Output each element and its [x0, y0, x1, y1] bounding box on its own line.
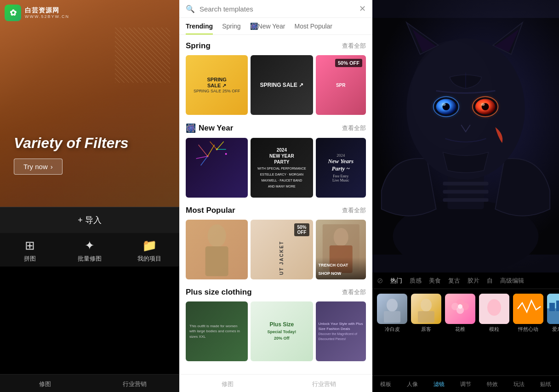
filter-tab-self[interactable]: 自	[487, 277, 493, 285]
filter-thumb-img-2	[445, 294, 475, 324]
search-input[interactable]	[200, 5, 354, 13]
filter-tab-food[interactable]: 美食	[429, 277, 441, 285]
right-nav-filter[interactable]: 滤镜	[426, 379, 452, 390]
svg-point-40	[421, 299, 432, 312]
filter-thumb-img-3	[479, 294, 509, 324]
filter-tab-vintage[interactable]: 复古	[448, 277, 460, 285]
svg-point-30	[442, 103, 446, 106]
plussize-title-text: Plus size clothing	[186, 288, 252, 297]
svg-line-3	[199, 145, 208, 156]
batch-edit-label: 批量修图	[78, 255, 102, 263]
clear-search-button[interactable]: ✕	[359, 4, 366, 14]
filter-thumb-label-0: 冷白皮	[385, 326, 400, 333]
collage-action[interactable]: ⊞ 拼图	[0, 239, 60, 263]
right-nav-play[interactable]: 玩法	[506, 379, 532, 390]
newyear-view-all[interactable]: 查看全部	[342, 124, 366, 132]
collage-icon: ⊞	[25, 239, 35, 253]
svg-rect-53	[556, 301, 559, 311]
right-nav-template[interactable]: 模板	[372, 379, 399, 390]
filter-thumb-label-2: 花椎	[455, 326, 465, 333]
filter-thumb-2[interactable]: 花椎	[445, 294, 475, 333]
mostpopular-card-1[interactable]	[186, 220, 248, 279]
right-nav-effects[interactable]: 特效	[479, 379, 506, 390]
filter-thumb-label-4: 怦然心动	[518, 326, 538, 333]
plussize-section-title: Plus size clothing	[186, 288, 252, 297]
filter-thumb-img-0	[377, 294, 407, 324]
hero-title: Variety of Filters	[14, 134, 129, 152]
quick-actions: ⊞ 拼图 ✦ 批量修图 📁 我的项目	[0, 233, 179, 267]
tab-trending[interactable]: Trending	[186, 23, 213, 34]
templates-scroll[interactable]: Spring 查看全部 SPRINGSALE ↗ SPRING SALE 25%…	[179, 35, 372, 374]
newyear-section-header: 🎆 New Year 查看全部	[186, 123, 366, 133]
plussize-view-all[interactable]: 查看全部	[342, 288, 366, 296]
filter-thumb-4[interactable]: 怦然心动	[513, 294, 543, 333]
filter-tab-texture[interactable]: 质感	[410, 277, 422, 285]
newyear-card-1[interactable]	[186, 138, 248, 198]
mostpopular-view-all[interactable]: 查看全部	[342, 206, 366, 215]
svg-point-38	[387, 299, 398, 312]
newyear-section-title: 🎆 New Year	[186, 123, 233, 133]
left-nav-marketing[interactable]: 行业营销	[90, 378, 179, 390]
try-now-button[interactable]: Try now ›	[14, 159, 63, 175]
right-bottom-nav: 模板 人像 滤镜 调节 特效 玩法 贴纸	[372, 375, 559, 392]
spring-view-all[interactable]: 查看全部	[342, 42, 366, 50]
right-nav-sticker[interactable]: 贴纸	[532, 379, 559, 390]
filter-tab-advanced[interactable]: 高级编辑	[500, 277, 524, 285]
svg-rect-19	[443, 190, 488, 193]
mostpopular-card-3[interactable]: TRENCH COAT SHOP NOW	[316, 220, 366, 279]
svg-point-35	[481, 103, 485, 106]
svg-point-10	[208, 224, 226, 247]
anime-background	[372, 0, 559, 273]
filter-thumb-3[interactable]: 模粒	[479, 294, 509, 333]
filter-thumb-label-3: 模粒	[489, 326, 499, 333]
my-projects-icon: 📁	[142, 239, 157, 253]
svg-point-48	[487, 299, 501, 316]
template-tabs: Trending Spring 🎆New Year Most Popular	[179, 18, 372, 35]
filter-thumbnails-row: 冷白皮 原客	[372, 289, 559, 335]
svg-rect-11	[205, 246, 228, 276]
spring-card-3[interactable]: SPR 50% OFF	[316, 55, 366, 115]
filter-tab-hot[interactable]: 热门	[390, 277, 402, 285]
spring-card-1[interactable]: SPRINGSALE ↗ SPRING SALE 25% OFF	[186, 55, 248, 115]
newyear-card-2[interactable]: 2024NEW YEARPARTYWITH SPECIAL PERFORMANC…	[251, 138, 313, 198]
tab-mostpopular[interactable]: Most Popular	[295, 23, 332, 34]
filter-tabs-row: ⊘ 热门 质感 美食 复古 胶片 自 高级编辑	[372, 273, 559, 289]
mostpopular-card-2[interactable]: UT JACKET 50%OFF	[251, 220, 313, 279]
filter-disable-icon[interactable]: ⊘	[377, 276, 383, 285]
try-now-arrow: ›	[51, 163, 53, 170]
middle-nav-edit[interactable]: 修图	[179, 378, 276, 390]
plussize-card-1[interactable]: This outfit is made for women with large…	[186, 301, 248, 361]
plussize-card-2[interactable]: Plus SizeSpecial Today!20% Off	[251, 301, 313, 361]
spring-title-text: Spring	[186, 41, 211, 51]
batch-edit-icon: ✦	[85, 239, 95, 253]
middle-panel: 🔍 ✕ Trending Spring 🎆New Year Most Popul…	[179, 0, 372, 392]
tab-newyear[interactable]: 🎆New Year	[250, 23, 285, 34]
collage-label: 拼图	[24, 255, 36, 263]
logo-area: ✿ 白芸资源网 WWW.52BYW.CN	[5, 5, 69, 21]
middle-nav-marketing[interactable]: 行业营销	[276, 378, 372, 390]
mostpopular-grid: UT JACKET 50%OFF TRENCH COAT SHOP NOW	[186, 220, 366, 279]
filter-thumb-5[interactable]: 爱乐之城	[547, 294, 559, 333]
newyear-card-3[interactable]: 2024 New YearsParty ~ Free EntryLive Mus…	[316, 138, 366, 198]
search-bar: 🔍 ✕	[179, 0, 372, 18]
filter-thumb-0[interactable]: 冷白皮	[377, 294, 407, 333]
svg-point-2	[225, 153, 227, 155]
filter-tab-film[interactable]: 胶片	[468, 277, 479, 285]
svg-point-46	[458, 304, 462, 309]
tab-spring[interactable]: Spring	[222, 23, 240, 34]
spring-card-2[interactable]: SPRING SALE ↗	[251, 55, 313, 115]
my-projects-action[interactable]: 📁 我的项目	[120, 239, 179, 263]
batch-edit-action[interactable]: ✦ 批量修图	[60, 239, 120, 263]
svg-rect-20	[443, 198, 488, 202]
svg-rect-41	[418, 311, 434, 323]
hero-lattice-decoration	[115, 28, 170, 83]
filter-thumb-label-5: 爱乐之城	[552, 326, 559, 333]
import-button[interactable]: + 导入	[0, 207, 179, 233]
left-nav-edit[interactable]: 修图	[0, 378, 90, 390]
plussize-card-3[interactable]: Unlock Your Style with Plus Size Fashion…	[316, 301, 366, 361]
filter-thumb-1[interactable]: 原客	[411, 294, 441, 333]
right-nav-adjust[interactable]: 调节	[452, 379, 479, 390]
right-nav-portrait[interactable]: 人像	[399, 379, 426, 390]
svg-rect-39	[384, 311, 400, 323]
svg-rect-18	[443, 182, 488, 186]
